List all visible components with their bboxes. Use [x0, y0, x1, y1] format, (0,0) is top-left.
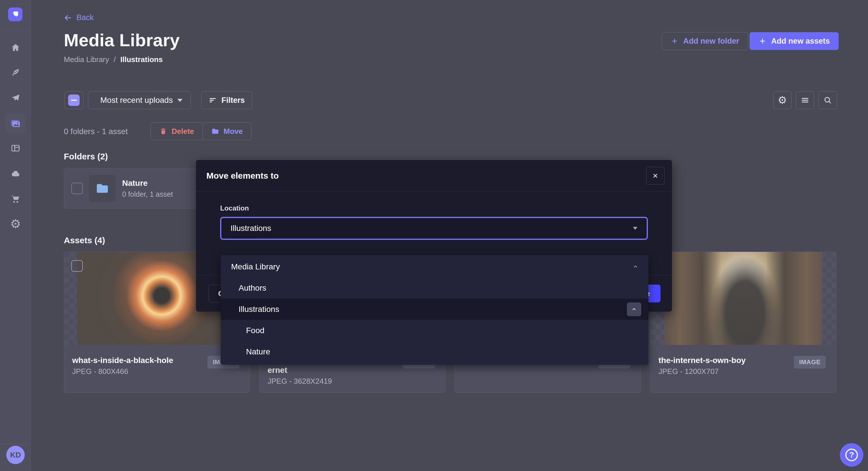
option-label: Food [246, 326, 265, 335]
dropdown-option-food[interactable]: Food [221, 320, 648, 341]
option-label: Nature [246, 347, 270, 357]
app-window: ⚙ KD Back Media Library Media Library / … [0, 0, 868, 471]
location-dropdown: Media Library Authors Illustrations Food… [221, 255, 648, 365]
chevron-up-icon[interactable] [632, 264, 639, 270]
option-label: Illustrations [239, 305, 279, 314]
dropdown-option-media-library[interactable]: Media Library [221, 256, 648, 277]
caret-down-icon [633, 227, 638, 230]
modal-header: Move elements to [196, 160, 672, 192]
location-value: Illustrations [230, 224, 271, 233]
dropdown-option-authors[interactable]: Authors [221, 277, 648, 299]
location-combobox[interactable]: Illustrations [220, 217, 648, 240]
chevron-up-icon [631, 306, 637, 312]
dropdown-option-illustrations[interactable]: Illustrations [221, 299, 648, 320]
modal-body: Location Illustrations [196, 192, 672, 240]
modal-title: Move elements to [206, 171, 279, 181]
option-label: Media Library [231, 262, 280, 271]
option-label: Authors [239, 283, 267, 293]
dropdown-option-nature[interactable]: Nature [221, 341, 648, 363]
close-modal-button[interactable] [646, 167, 664, 185]
location-label: Location [220, 204, 648, 212]
collapse-children-button[interactable] [627, 302, 641, 316]
close-icon [652, 172, 659, 179]
